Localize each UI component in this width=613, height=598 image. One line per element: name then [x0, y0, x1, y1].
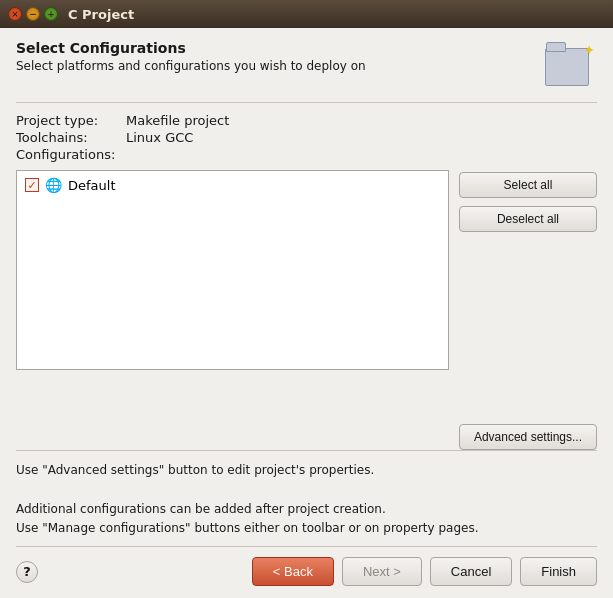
button-spacer — [459, 240, 597, 416]
close-button[interactable]: × — [8, 7, 22, 21]
info-grid: Project type: Makefile project Toolchain… — [16, 113, 597, 162]
notice-line1: Use "Advanced settings" button to edit p… — [16, 461, 597, 480]
page-subtitle: Select platforms and configurations you … — [16, 59, 366, 73]
config-item-label: Default — [68, 178, 116, 193]
window-title: C Project — [68, 7, 134, 22]
header: Select Configurations Select platforms a… — [16, 40, 597, 92]
project-type-label: Project type: — [16, 113, 126, 128]
back-button[interactable]: < Back — [252, 557, 334, 586]
config-list[interactable]: 🌐 Default — [16, 170, 449, 370]
list-item[interactable]: 🌐 Default — [21, 175, 444, 195]
config-checkbox[interactable] — [25, 178, 39, 192]
sparkle-icon: ✦ — [583, 42, 595, 58]
notice-line3: Additional configurations can be added a… — [16, 500, 597, 519]
globe-icon: 🌐 — [45, 177, 62, 193]
bottom-bar: ? < Back Next > Cancel Finish — [16, 546, 597, 598]
page-title: Select Configurations — [16, 40, 366, 56]
deselect-all-button[interactable]: Deselect all — [459, 206, 597, 232]
header-icon-area: ✦ — [545, 40, 597, 92]
maximize-button[interactable]: + — [44, 7, 58, 21]
config-area: 🌐 Default Select all Deselect all Advanc… — [16, 170, 597, 450]
minimize-icon: − — [29, 9, 37, 19]
next-button: Next > — [342, 557, 422, 586]
help-button[interactable]: ? — [16, 561, 38, 583]
side-buttons: Select all Deselect all Advanced setting… — [459, 170, 597, 450]
notice-line4: Use "Manage configurations" buttons eith… — [16, 519, 597, 538]
finish-button[interactable]: Finish — [520, 557, 597, 586]
notice-area: Use "Advanced settings" button to edit p… — [16, 450, 597, 546]
configurations-label: Configurations: — [16, 147, 126, 162]
titlebar: × − + C Project — [0, 0, 613, 28]
minimize-button[interactable]: − — [26, 7, 40, 21]
close-icon: × — [11, 9, 19, 19]
configurations-value — [126, 147, 597, 162]
cancel-button[interactable]: Cancel — [430, 557, 512, 586]
dialog: Select Configurations Select platforms a… — [0, 28, 613, 598]
titlebar-buttons: × − + — [8, 7, 58, 21]
advanced-settings-button[interactable]: Advanced settings... — [459, 424, 597, 450]
toolchains-label: Toolchains: — [16, 130, 126, 145]
project-type-value: Makefile project — [126, 113, 597, 128]
maximize-icon: + — [47, 9, 55, 19]
toolchains-value: Linux GCC — [126, 130, 597, 145]
header-separator — [16, 102, 597, 103]
select-all-button[interactable]: Select all — [459, 172, 597, 198]
header-text: Select Configurations Select platforms a… — [16, 40, 366, 73]
